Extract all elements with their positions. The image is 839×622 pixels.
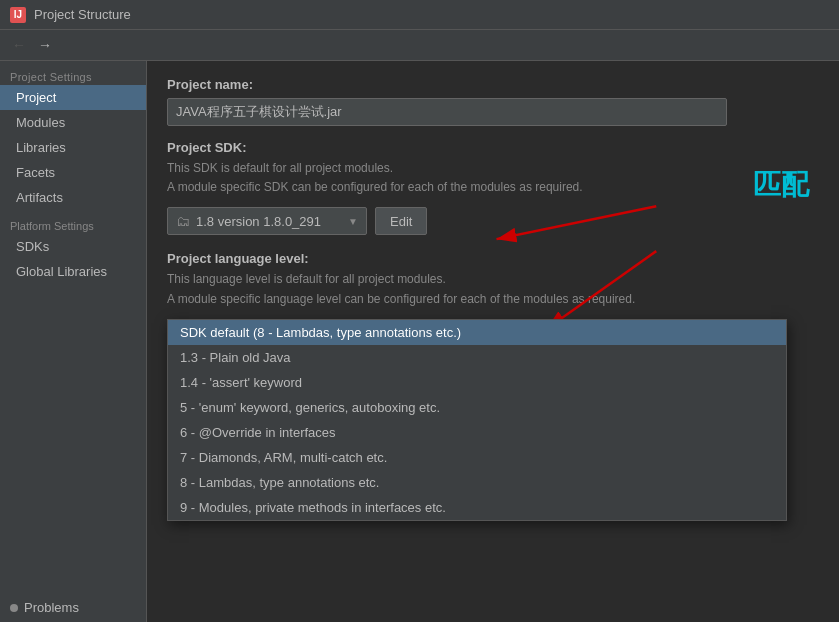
sidebar: Project Settings Project Modules Librari… [0,61,147,622]
lang-level-label: Project language level: [167,251,819,266]
project-name-input[interactable] [167,98,727,126]
app-icon: IJ [10,7,26,23]
sidebar-item-libraries[interactable]: Libraries [0,135,146,160]
main-layout: Project Settings Project Modules Librari… [0,61,839,622]
sidebar-item-modules[interactable]: Modules [0,110,146,135]
nav-bar: ← → [0,30,839,61]
dropdown-option-7[interactable]: 7 - Diamonds, ARM, multi-catch etc. [168,445,786,470]
project-name-label: Project name: [167,77,819,92]
sidebar-item-sdks[interactable]: SDKs [0,234,146,259]
project-settings-label: Project Settings [0,65,146,85]
dropdown-popup: SDK default (8 - Lambdas, type annotatio… [167,319,787,521]
dropdown-option-5[interactable]: 5 - 'enum' keyword, generics, autoboxing… [168,395,786,420]
dropdown-option-6[interactable]: 6 - @Override in interfaces [168,420,786,445]
sdk-description: This SDK is default for all project modu… [167,159,819,197]
sdk-section-title: Project SDK: [167,140,819,155]
lang-level-description: This language level is default for all p… [167,270,819,308]
dropdown-option-sdk-default[interactable]: SDK default (8 - Lambdas, type annotatio… [168,320,786,345]
problems-indicator [10,604,18,612]
sdk-dropdown[interactable]: 🗂 1.8 version 1.8.0_291 ▼ [167,207,367,235]
content-area: Project name: Project SDK: This SDK is d… [147,61,839,622]
sidebar-item-facets[interactable]: Facets [0,160,146,185]
dropdown-option-1-3[interactable]: 1.3 - Plain old Java [168,345,786,370]
back-button[interactable]: ← [8,34,30,56]
sdk-row: 🗂 1.8 version 1.8.0_291 ▼ Edit [167,207,819,235]
problems-row[interactable]: Problems [0,592,146,622]
forward-button[interactable]: → [34,34,56,56]
sdk-value: 1.8 version 1.8.0_291 [196,214,342,229]
dropdown-option-9[interactable]: 9 - Modules, private methods in interfac… [168,495,786,520]
window-title: Project Structure [34,7,131,22]
dropdown-option-1-4[interactable]: 1.4 - 'assert' keyword [168,370,786,395]
platform-settings-label: Platform Settings [0,210,146,234]
sidebar-item-artifacts[interactable]: Artifacts [0,185,146,210]
folder-icon: 🗂 [176,213,190,229]
dropdown-option-8[interactable]: 8 - Lambdas, type annotations etc. [168,470,786,495]
title-bar: IJ Project Structure [0,0,839,30]
sidebar-item-project[interactable]: Project [0,85,146,110]
problems-label: Problems [24,600,79,615]
sdk-arrow-icon: ▼ [348,216,358,227]
sidebar-item-global-libraries[interactable]: Global Libraries [0,259,146,284]
edit-sdk-button[interactable]: Edit [375,207,427,235]
